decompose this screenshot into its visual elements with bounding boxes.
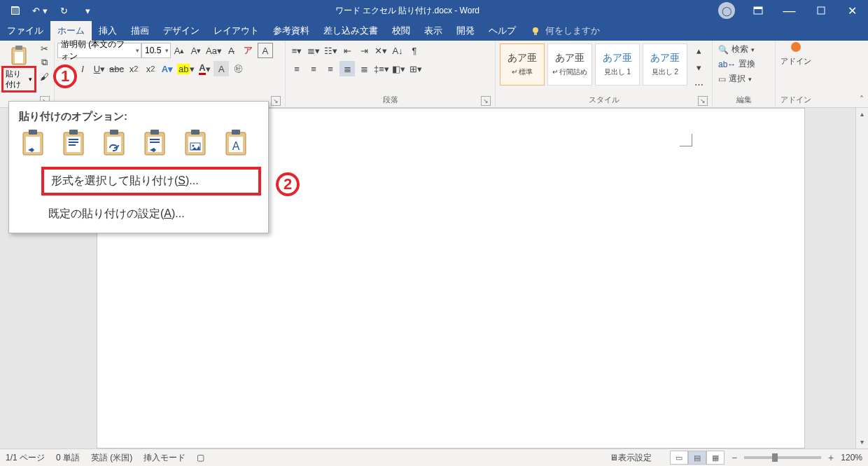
- font-name-select[interactable]: 游明朝 (本文のフォン: [57, 43, 141, 58]
- zoom-in-button[interactable]: +: [828, 452, 834, 463]
- display-settings-button[interactable]: 🖥表示設定: [610, 452, 652, 464]
- change-case-icon[interactable]: Aa▾: [205, 43, 223, 58]
- subscript-button[interactable]: x2: [126, 61, 141, 76]
- shrink-font-icon[interactable]: A▾: [188, 43, 204, 58]
- styles-scroll-up-icon[interactable]: ▴: [691, 43, 706, 58]
- zoom-slider[interactable]: [744, 456, 821, 459]
- paste-as-picture-icon[interactable]: [181, 129, 209, 157]
- styles-dialog-launcher[interactable]: ↘: [698, 96, 708, 106]
- cut-icon[interactable]: ✂: [38, 42, 50, 55]
- paragraph-dialog-launcher[interactable]: ↘: [481, 96, 491, 106]
- collapse-ribbon-icon[interactable]: ˄: [860, 95, 864, 104]
- zoom-level[interactable]: 120%: [841, 453, 862, 462]
- show-hide-marks-icon[interactable]: ¶: [407, 43, 422, 58]
- align-right-icon[interactable]: ≡: [323, 61, 338, 76]
- enclose-characters-icon[interactable]: ㊓: [230, 61, 246, 76]
- font-dialog-launcher[interactable]: ↘: [271, 96, 281, 106]
- style-no-spacing[interactable]: あア亜↵ 行間詰め: [547, 43, 592, 85]
- bullets-icon[interactable]: ≡▾: [289, 43, 304, 58]
- styles-more-icon[interactable]: ⋯: [691, 76, 706, 92]
- paste-link-keep-source-icon[interactable]: [100, 129, 128, 157]
- addins-button[interactable]: アドイン: [778, 42, 813, 67]
- font-color-icon[interactable]: A▾: [197, 61, 212, 76]
- paste-keep-source-formatting-icon[interactable]: [19, 129, 47, 157]
- scroll-down-icon[interactable]: ▾: [856, 436, 868, 448]
- tab-developer[interactable]: 開発: [449, 21, 482, 41]
- clear-formatting-icon[interactable]: A̶: [224, 43, 239, 58]
- underline-button[interactable]: U▾: [92, 61, 107, 76]
- tab-design[interactable]: デザイン: [156, 21, 206, 41]
- phonetic-guide-icon[interactable]: ア: [241, 43, 256, 58]
- tell-me-input[interactable]: 何をしますか: [545, 25, 600, 37]
- undo-icon[interactable]: ↶ ▾: [31, 3, 48, 18]
- superscript-button[interactable]: x2: [143, 61, 158, 76]
- zoom-out-button[interactable]: −: [732, 452, 737, 463]
- minimize-button[interactable]: —: [774, 0, 805, 21]
- save-icon[interactable]: [8, 3, 23, 18]
- tab-references[interactable]: 参考資料: [266, 21, 316, 41]
- read-mode-view-icon[interactable]: ▭: [670, 451, 688, 465]
- web-layout-view-icon[interactable]: ▦: [706, 451, 724, 465]
- styles-scroll-down-icon[interactable]: ▾: [691, 60, 706, 75]
- paste-text-only-icon[interactable]: A: [222, 129, 250, 157]
- redo-icon[interactable]: ↻: [57, 3, 72, 18]
- status-page[interactable]: 1/1 ページ: [6, 452, 45, 464]
- asian-layout-icon[interactable]: ✕▾: [373, 43, 388, 58]
- copy-icon[interactable]: ⧉: [38, 56, 50, 69]
- macro-recording-icon[interactable]: ▢: [197, 453, 204, 462]
- line-spacing-icon[interactable]: ‡≡▾: [373, 61, 390, 76]
- increase-indent-icon[interactable]: ⇥: [356, 43, 372, 58]
- paste-special-menu-item[interactable]: 形式を選択して貼り付け(S)...: [41, 167, 261, 196]
- set-default-paste-menu-item[interactable]: 既定の貼り付けの設定(A)...: [9, 200, 268, 228]
- tab-view[interactable]: 表示: [417, 21, 449, 41]
- status-language[interactable]: 英語 (米国): [91, 452, 132, 464]
- paste-use-destination-styles-icon[interactable]: [59, 129, 88, 157]
- tab-help[interactable]: ヘルプ: [482, 21, 523, 41]
- style-heading2[interactable]: あア亜見出し 2: [643, 43, 687, 85]
- style-normal[interactable]: あア亜↵ 標準: [500, 43, 545, 85]
- status-insert-mode[interactable]: 挿入モード: [144, 452, 186, 464]
- grow-font-icon[interactable]: A▴: [172, 43, 187, 58]
- close-button[interactable]: ✕: [836, 0, 868, 21]
- strikethrough-button[interactable]: abc: [108, 61, 125, 76]
- shading-icon[interactable]: ◧▾: [391, 61, 407, 76]
- text-effects-icon[interactable]: A▾: [160, 61, 175, 76]
- style-heading1[interactable]: あア亜見出し 1: [595, 43, 640, 85]
- find-button[interactable]: 🔍検索▾: [718, 43, 755, 55]
- maximize-button[interactable]: [805, 0, 836, 21]
- print-layout-view-icon[interactable]: ▤: [688, 451, 706, 465]
- multilevel-list-icon[interactable]: ☷▾: [323, 43, 338, 58]
- paste-button[interactable]: 貼り付け▾: [3, 42, 35, 91]
- styles-gallery[interactable]: あア亜↵ 標準 あア亜↵ 行間詰め あア亜見出し 1 あア亜見出し 2: [498, 42, 689, 87]
- account-avatar[interactable]: ◯: [718, 2, 735, 19]
- borders-icon[interactable]: ⊞▾: [408, 61, 424, 76]
- tab-draw[interactable]: 描画: [124, 21, 156, 41]
- paste-merge-formatting-icon[interactable]: [141, 129, 169, 157]
- character-shading-icon[interactable]: A: [214, 61, 229, 76]
- scroll-up-icon[interactable]: ▴: [856, 108, 868, 121]
- align-center-icon[interactable]: ≡: [306, 61, 321, 76]
- vertical-scrollbar[interactable]: ▴ ▾: [855, 108, 868, 448]
- ribbon-display-options-icon[interactable]: [742, 0, 774, 21]
- italic-button[interactable]: I: [75, 61, 90, 76]
- font-size-select[interactable]: 10.5: [141, 43, 171, 58]
- tab-mailings[interactable]: 差し込み文書: [316, 21, 385, 41]
- numbering-icon[interactable]: ≣▾: [306, 43, 321, 58]
- tab-review[interactable]: 校閲: [385, 21, 417, 41]
- justify-icon[interactable]: ≣: [340, 61, 355, 76]
- status-word-count[interactable]: 0 単語: [56, 452, 80, 464]
- tab-insert[interactable]: 挿入: [92, 21, 124, 41]
- format-painter-icon[interactable]: 🖌: [38, 70, 50, 83]
- align-left-icon[interactable]: ≡: [289, 61, 304, 76]
- highlight-color-icon[interactable]: ab▾: [176, 61, 195, 76]
- sort-icon[interactable]: A↓: [390, 43, 405, 58]
- decrease-indent-icon[interactable]: ⇤: [340, 43, 355, 58]
- zoom-slider-thumb[interactable]: [772, 453, 778, 462]
- qat-customize-icon[interactable]: ▾: [80, 3, 96, 18]
- character-border-icon[interactable]: A: [258, 43, 273, 58]
- tab-home[interactable]: ホーム: [50, 21, 92, 41]
- select-button[interactable]: ▭選択▾: [718, 73, 752, 85]
- tab-layout[interactable]: レイアウト: [206, 21, 266, 41]
- tab-file[interactable]: ファイル: [0, 21, 50, 41]
- distributed-icon[interactable]: ≣: [356, 61, 372, 76]
